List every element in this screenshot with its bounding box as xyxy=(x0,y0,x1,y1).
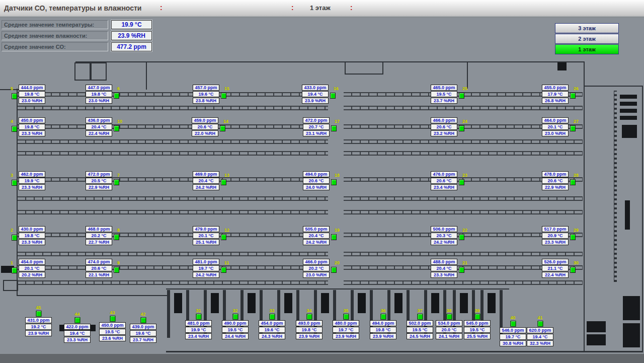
sensor-rh-value: 24.1 %RH xyxy=(436,333,462,339)
sensor-number: 34 xyxy=(306,308,311,313)
sensor-status-led xyxy=(510,321,516,327)
sensor-co-value: 480.0 ppm xyxy=(333,320,359,326)
sensor-temp-value: 20.1 °C xyxy=(542,124,569,130)
sensor-43: 43450.0 ppm19.5 °C23.6 %RH xyxy=(99,322,126,342)
sensor-number: 19 xyxy=(335,228,340,233)
sensor-30: 30526.0 ppm21.1 °C22.4 %RH xyxy=(542,259,569,278)
sensor-temp-value: 19.6 °C xyxy=(130,330,156,336)
sensor-status-led xyxy=(12,180,17,186)
sensor-temp-value: 19.8 °C xyxy=(19,91,45,97)
sensor-45: 45431.0 ppm19.2 °C23.9 %RH xyxy=(25,317,52,337)
sensor-temp-value: 19.6 °C xyxy=(259,327,285,333)
sensor-number: 37 xyxy=(417,308,422,313)
sensor-co-value: 502.0 ppm xyxy=(407,320,433,326)
sensor-rh-value: 22.9 %RH xyxy=(542,184,569,190)
sensor-status-led xyxy=(331,125,337,131)
sensor-28: 28478.0 ppm20.6 °C22.9 %RH xyxy=(542,171,569,191)
sensor-co-value: 494.0 ppm xyxy=(370,320,396,326)
sensor-number: 43 xyxy=(110,310,115,315)
sensor-13: 13469.0 ppm20.4 °C24.2 %RH xyxy=(193,171,219,191)
sensor-number: 13 xyxy=(224,173,229,178)
sensor-24: 24466.0 ppm20.6 °C23.2 %RH xyxy=(431,117,457,137)
sensor-number: 40 xyxy=(510,315,515,320)
sensor-status-led xyxy=(269,314,275,320)
sensor-number: 29 xyxy=(574,228,579,233)
sensor-rh-value: 23.3 %RH xyxy=(19,130,45,136)
sensor-rh-value: 22.1 %RH xyxy=(86,272,112,278)
sensor-15: 15457.0 ppm19.6 °C23.8 %RH xyxy=(193,85,219,104)
sensor-temp-value: 20.2 °C xyxy=(86,233,112,239)
sensor-number: 4 xyxy=(11,119,13,124)
sensor-rh-value: 23.9 %RH xyxy=(333,333,359,339)
sensor-status-led xyxy=(114,125,119,131)
sensor-status-led xyxy=(221,267,226,273)
sensor-rh-value: 22.9 %RH xyxy=(86,184,112,190)
sensor-co-value: 455.0 ppm xyxy=(542,85,569,91)
sensor-temp-value: 20.3 °C xyxy=(431,233,457,239)
sensor-status-led xyxy=(459,234,464,240)
sensor-number: 15 xyxy=(224,86,229,91)
sensor-18: 18494.0 ppm20.6 °C24.0 %RH xyxy=(303,171,330,191)
sensor-35: 35480.0 ppm19.7 °C23.9 %RH xyxy=(333,320,359,340)
sensor-rh-value: 23.9 %RH xyxy=(302,98,329,104)
sensor-co-value: 526.0 ppm xyxy=(542,259,569,265)
sensor-temp-value: 19.7 °C xyxy=(500,334,526,340)
sensor-rh-value: 24.5 %RH xyxy=(407,333,433,339)
sensor-number: 10 xyxy=(117,119,122,124)
sensor-rh-value: 26.8 %RH xyxy=(542,98,569,104)
sensor-status-led xyxy=(221,234,226,240)
sensor-rh-value: 23.9 %RH xyxy=(370,333,396,339)
sensor-status-led xyxy=(331,234,337,240)
sensor-16: 16433.0 ppm19.4 °C23.9 %RH xyxy=(302,85,329,104)
sensor-temp-value: 19.2 °C xyxy=(25,324,52,330)
sensor-25: 25465.0 ppm19.5 °C23.7 %RH xyxy=(431,85,457,104)
sensor-rh-value: 23.8 %RH xyxy=(193,98,219,104)
sensor-status-led xyxy=(417,314,423,320)
sensor-co-value: 481.0 ppm xyxy=(185,320,212,326)
sensor-number: 35 xyxy=(343,308,348,313)
sensor-rh-value: 23.6 %RH xyxy=(99,335,126,341)
sensor-rh-value: 23.0 %RH xyxy=(303,272,330,278)
sensor-2: 2430.0 ppm19.8 °C23.3 %RH xyxy=(19,226,45,246)
sensor-status-led xyxy=(220,125,225,131)
sensor-number: 1 xyxy=(11,260,13,265)
sensor-status-led xyxy=(36,311,41,317)
sensor-status-led xyxy=(459,179,464,185)
sensor-rh-value: 23.3 %RH xyxy=(431,272,457,278)
sensor-co-value: 439.0 ppm xyxy=(130,324,156,330)
sensor-number: 39 xyxy=(474,308,479,313)
sensor-temp-value: 19.5 °C xyxy=(222,327,249,333)
sensor-rh-value: 22.4 %RH xyxy=(542,272,569,278)
sensor-temp-value: 20.1 °C xyxy=(193,233,219,239)
sensor-temp-value: 19.9 °C xyxy=(185,327,212,333)
sensor-co-value: 466.0 ppm xyxy=(431,117,457,123)
sensor-status-led xyxy=(114,93,119,99)
sensor-number: 21 xyxy=(462,260,467,265)
sensor-17: 17472.0 ppm20.7 °C23.1 %RH xyxy=(303,117,330,137)
sensor-number: 9 xyxy=(117,260,120,265)
sensor-temp-value: 20.1 °C xyxy=(19,265,45,271)
sensor-status-led xyxy=(330,93,336,99)
sensor-23: 23476.0 ppm20.6 °C23.4 %RH xyxy=(431,171,457,191)
sensor-status-led xyxy=(474,314,480,320)
sensor-rh-value: 20.2 %RH xyxy=(19,272,45,278)
sensor-number: 3 xyxy=(11,173,13,178)
sensor-4: 4450.0 ppm19.8 °C23.3 %RH xyxy=(19,117,45,137)
sensor-co-value: 465.0 ppm xyxy=(431,85,457,91)
sensor-rh-value: 23.3 %RH xyxy=(542,239,569,245)
sensor-temp-value: 20.6 °C xyxy=(86,265,112,271)
sensor-rh-value: 24.0 %RH xyxy=(303,184,330,190)
sensor-co-value: 464.0 ppm xyxy=(542,117,569,123)
sensor-co-value: 457.0 ppm xyxy=(193,85,219,91)
sensor-44: 44422.0 ppm19.4 °C23.3 %RH xyxy=(64,324,91,343)
sensor-co-value: 494.0 ppm xyxy=(303,171,330,177)
sensor-temp-value: 19.5 °C xyxy=(99,329,126,335)
sensor-number: 28 xyxy=(574,173,579,178)
sensor-temp-value: 19.4 °C xyxy=(64,330,91,336)
sensor-co-value: 481.0 ppm xyxy=(193,259,219,265)
sensor-1: 1454.0 ppm20.1 °C20.2 %RH xyxy=(19,259,45,278)
sensor-number: 22 xyxy=(462,228,467,233)
sensor-co-value: 430.0 ppm xyxy=(19,226,45,232)
sensor-rh-value: 24.4 %RH xyxy=(222,333,249,339)
sensor-rh-value: 23.3 %RH xyxy=(64,337,91,343)
